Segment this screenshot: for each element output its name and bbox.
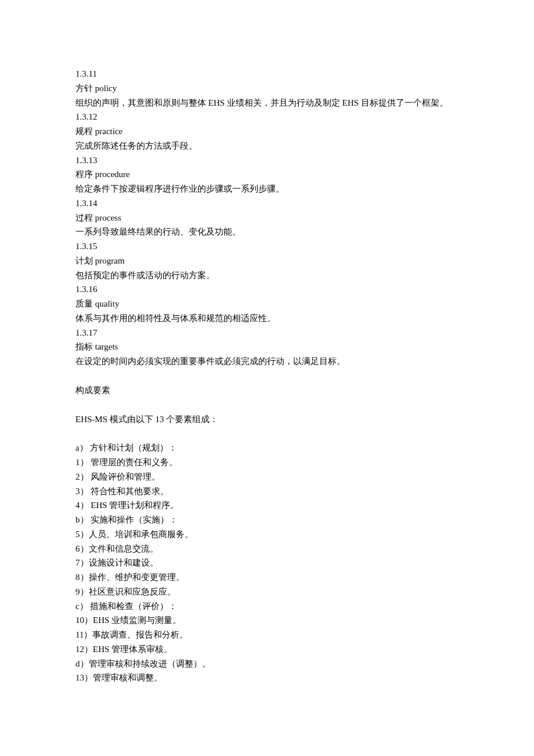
definition-block: 1.3.15 计划 program 包括预定的事件或活动的行动方案。 — [75, 239, 459, 282]
definition-term: 方针 policy — [75, 81, 459, 96]
definition-description: 给定条件下按逻辑程序进行作业的步骤或一系列步骤。 — [75, 182, 459, 196]
definition-term: 指标 targets — [75, 340, 459, 354]
definition-block: 1.3.13 程序 procedure 给定条件下按逻辑程序进行作业的步骤或一系… — [75, 153, 459, 196]
definition-term: 规程 practice — [75, 124, 459, 139]
definition-number: 1.3.13 — [75, 153, 459, 168]
definition-term: 计划 program — [75, 254, 459, 268]
list-item: 13）管理审核和调整。 — [75, 671, 459, 685]
definition-description: 包括预定的事件或活动的行动方案。 — [75, 268, 459, 283]
definition-number: 1.3.15 — [75, 239, 459, 254]
definition-number: 1.3.17 — [75, 326, 459, 340]
definition-number: 1.3.11 — [75, 67, 459, 81]
list-item: 10）EHS 业绩监测与测量。 — [75, 613, 459, 628]
definition-number: 1.3.16 — [75, 282, 459, 297]
definition-number: 1.3.12 — [75, 110, 459, 124]
definition-block: 1.3.11 方针 policy 组织的声明，其意图和原则与整体 EHS 业绩相… — [75, 67, 459, 110]
elements-intro: EHS-MS 模式由以下 13 个要素组成： — [75, 412, 459, 427]
definition-block: 1.3.16 质量 quality 体系与其作用的相符性及与体系和规范的相适应性… — [75, 282, 459, 325]
elements-list: a） 方针和计划（规划）： 1） 管理层的责任和义务。 2） 风险评价和管理。 … — [75, 441, 459, 685]
list-item: 9）社区意识和应急反应。 — [75, 585, 459, 599]
definition-description: 体系与其作用的相符性及与体系和规范的相适应性。 — [75, 311, 459, 326]
definition-term: 程序 procedure — [75, 167, 459, 182]
elements-heading: 构成要素 — [75, 383, 459, 398]
list-item: 12）EHS 管理体系审核。 — [75, 642, 459, 657]
list-item: 6）文件和信息交流。 — [75, 542, 459, 556]
definition-description: 完成所陈述任务的方法或手段。 — [75, 139, 459, 153]
definition-description: 一系列导致最终结果的行动、变化及功能。 — [75, 225, 459, 239]
document-body: 1.3.11 方针 policy 组织的声明，其意图和原则与整体 EHS 业绩相… — [75, 67, 459, 685]
definition-number: 1.3.14 — [75, 196, 459, 211]
list-item: 8）操作、维护和变更管理。 — [75, 570, 459, 585]
definition-description: 组织的声明，其意图和原则与整体 EHS 业绩相关，并且为行动及制定 EHS 目标… — [75, 96, 459, 110]
list-item: a） 方针和计划（规划）： — [75, 441, 459, 455]
spacer — [75, 369, 459, 383]
list-item: 7）设施设计和建设。 — [75, 556, 459, 570]
list-item: 5）人员、培训和承包商服务。 — [75, 527, 459, 542]
list-item: b） 实施和操作（实施）： — [75, 513, 459, 527]
list-item: 2） 风险评价和管理。 — [75, 470, 459, 484]
list-item: 3） 符合性和其他要求。 — [75, 484, 459, 499]
spacer — [75, 426, 459, 441]
list-item: 11）事故调查、报告和分析。 — [75, 628, 459, 642]
definition-description: 在设定的时间内必须实现的重要事件或必须完成的行动，以满足目标。 — [75, 354, 459, 369]
definition-block: 1.3.12 规程 practice 完成所陈述任务的方法或手段。 — [75, 110, 459, 153]
list-item: c） 措施和检查（评价）： — [75, 599, 459, 614]
definition-term: 质量 quality — [75, 297, 459, 311]
list-item: 4） EHS 管理计划和程序。 — [75, 498, 459, 513]
list-item: d）管理审核和持续改进（调整）。 — [75, 657, 459, 671]
definition-block: 1.3.17 指标 targets 在设定的时间内必须实现的重要事件或必须完成的… — [75, 326, 459, 369]
definition-term: 过程 process — [75, 211, 459, 225]
spacer — [75, 398, 459, 412]
definition-block: 1.3.14 过程 process 一系列导致最终结果的行动、变化及功能。 — [75, 196, 459, 239]
list-item: 1） 管理层的责任和义务。 — [75, 455, 459, 470]
